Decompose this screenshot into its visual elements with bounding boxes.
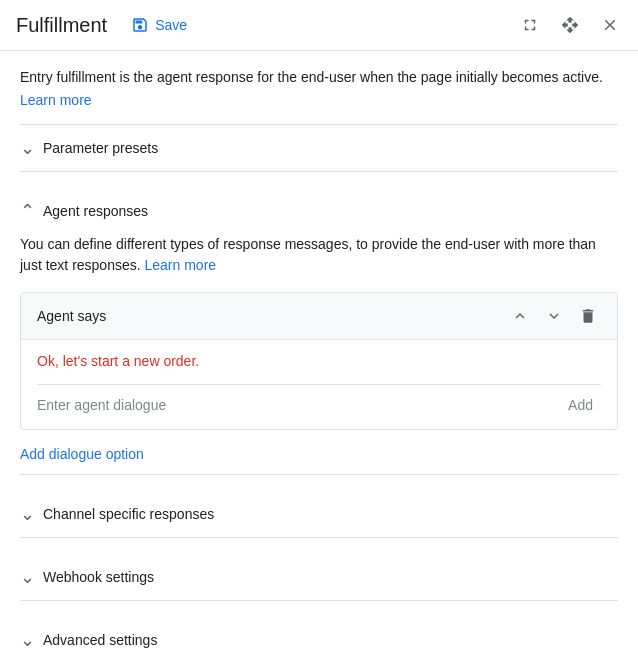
save-icon (131, 16, 149, 34)
agent-responses-description: You can define different types of respon… (20, 234, 618, 276)
agent-responses-desc-text: You can define different types of respon… (20, 236, 596, 273)
webhook-settings-chevron-down-icon: ⌄ (20, 568, 35, 586)
dialogue-input[interactable] (37, 397, 560, 413)
page-title: Fulfillment (16, 14, 107, 37)
save-label: Save (155, 17, 187, 33)
advanced-settings-chevron-down-icon: ⌄ (20, 631, 35, 649)
close-icon (601, 16, 619, 34)
content-area: Entry fulfillment is the agent response … (0, 51, 638, 651)
channel-specific-title: Channel specific responses (43, 506, 214, 522)
header-actions: Save (123, 12, 195, 38)
channel-specific-section: ⌄ Channel specific responses (20, 491, 618, 538)
add-inline-button[interactable]: Add (560, 393, 601, 417)
move-down-button[interactable] (541, 303, 567, 329)
agent-responses-header[interactable]: ⌃ Agent responses (20, 188, 618, 234)
header-icons (518, 13, 622, 37)
move-up-button[interactable] (507, 303, 533, 329)
advanced-settings-section: ⌄ Advanced settings (20, 617, 618, 651)
expand-icon-button[interactable] (518, 13, 542, 37)
webhook-settings-header[interactable]: ⌄ Webhook settings (20, 554, 618, 600)
parameter-presets-chevron-down-icon: ⌄ (20, 139, 35, 157)
divider-3 (20, 474, 618, 475)
add-dialogue-option-button[interactable]: Add dialogue option (20, 442, 144, 466)
agent-responses-learn-more-link[interactable]: Learn more (145, 257, 217, 273)
agent-says-card: Agent says (20, 292, 618, 430)
channel-specific-chevron-down-icon: ⌄ (20, 505, 35, 523)
channel-specific-header[interactable]: ⌄ Channel specific responses (20, 491, 618, 537)
divider-4 (20, 537, 618, 538)
dialogue-input-row: Add (37, 384, 601, 417)
agent-says-title: Agent says (37, 308, 507, 324)
agent-responses-chevron-up-icon: ⌃ (20, 202, 35, 220)
move-icon (561, 16, 579, 34)
entry-fulfillment-info: Entry fulfillment is the agent response … (20, 67, 618, 88)
parameter-presets-header[interactable]: ⌄ Parameter presets (20, 125, 618, 171)
advanced-settings-header[interactable]: ⌄ Advanced settings (20, 617, 618, 651)
divider-5 (20, 600, 618, 601)
expand-icon (521, 16, 539, 34)
agent-says-header: Agent says (21, 293, 617, 340)
move-icon-button[interactable] (558, 13, 582, 37)
agent-says-body: Ok, let's start a new order. Add (21, 340, 617, 429)
delete-button[interactable] (575, 303, 601, 329)
arrow-up-icon (511, 307, 529, 325)
agent-responses-section: ⌃ Agent responses You can define differe… (20, 188, 618, 475)
webhook-settings-section: ⌄ Webhook settings (20, 554, 618, 601)
header: Fulfillment Save (0, 0, 638, 51)
close-icon-button[interactable] (598, 13, 622, 37)
advanced-settings-title: Advanced settings (43, 632, 157, 648)
delete-icon (579, 307, 597, 325)
parameter-presets-title: Parameter presets (43, 140, 158, 156)
parameter-presets-section: ⌄ Parameter presets (20, 124, 618, 172)
save-button[interactable]: Save (123, 12, 195, 38)
info-learn-more-link[interactable]: Learn more (20, 92, 92, 108)
agent-response-text: Ok, let's start a new order. (37, 352, 601, 372)
card-actions (507, 303, 601, 329)
divider-2 (20, 171, 618, 172)
arrow-down-icon (545, 307, 563, 325)
info-text-content: Entry fulfillment is the agent response … (20, 69, 603, 85)
webhook-settings-title: Webhook settings (43, 569, 154, 585)
agent-responses-title: Agent responses (43, 203, 148, 219)
